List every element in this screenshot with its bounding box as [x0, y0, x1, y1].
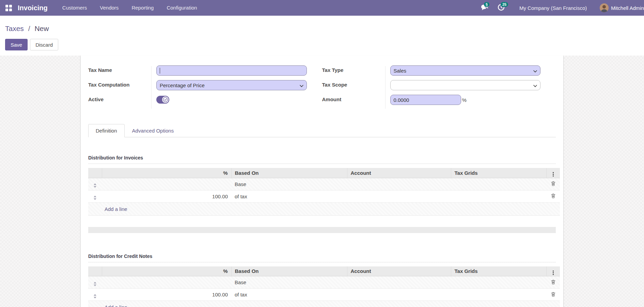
invoices-distribution-table: % Based On Account Tax Grids	[88, 168, 560, 216]
tax-name-input[interactable]	[156, 65, 307, 76]
drag-handle-icon	[94, 282, 96, 286]
add-line-row: Add a line	[88, 202, 560, 215]
percent-column-header: %	[102, 266, 231, 276]
handle-column-header	[88, 168, 102, 178]
cell-account[interactable]	[347, 276, 451, 289]
optional-columns-header	[546, 168, 560, 178]
tab-content: Distribution for Invoices % Based On Acc…	[88, 137, 556, 307]
breadcrumb-taxes-link[interactable]: Taxes	[5, 25, 24, 32]
tax-grids-column-header: Tax Grids	[451, 266, 546, 276]
cell-tax-grids[interactable]	[451, 190, 546, 202]
messages-button[interactable]: 5	[476, 0, 493, 16]
drag-handle-cell[interactable]	[88, 178, 102, 190]
kebab-menu-icon[interactable]	[551, 171, 555, 177]
handle-column-header	[88, 266, 102, 276]
table-header-row: % Based On Account Tax Grids	[88, 168, 560, 178]
apps-grid-icon[interactable]	[4, 3, 13, 12]
control-panel: Taxes / New Save Discard	[0, 16, 644, 56]
discard-button[interactable]: Discard	[30, 39, 58, 50]
cell-percent[interactable]	[102, 276, 231, 289]
tax-type-label: Tax Type	[322, 65, 385, 73]
cell-account[interactable]	[347, 289, 451, 301]
tab-advanced-options[interactable]: Advanced Options	[125, 124, 182, 137]
section-spacer	[88, 227, 556, 233]
drag-handle-cell[interactable]	[88, 289, 102, 301]
chevron-down-icon	[533, 82, 537, 88]
table-row[interactable]: Base	[88, 178, 560, 190]
cell-based-on[interactable]: Base	[231, 276, 347, 289]
cell-percent[interactable]	[102, 178, 231, 190]
drag-handle-cell[interactable]	[88, 276, 102, 289]
save-button[interactable]: Save	[5, 39, 28, 50]
top-navbar: Invoicing Customers Vendors Reporting Co…	[0, 0, 644, 16]
menu-vendors[interactable]: Vendors	[93, 0, 125, 16]
activities-button[interactable]: 25	[493, 0, 509, 16]
menu-configuration[interactable]: Configuration	[160, 0, 203, 16]
cell-tax-grids[interactable]	[451, 289, 546, 301]
breadcrumb-separator: /	[28, 25, 30, 32]
menu-reporting[interactable]: Reporting	[125, 0, 160, 16]
amount-label: Amount	[322, 95, 385, 102]
add-a-line-link[interactable]: Add a line	[92, 206, 127, 212]
add-a-line-link[interactable]: Add a line	[92, 304, 127, 307]
cell-account[interactable]	[347, 178, 451, 190]
based-on-column-header: Based On	[231, 168, 347, 178]
tab-definition[interactable]: Definition	[88, 124, 125, 137]
tax-name-label: Tax Name	[88, 65, 151, 73]
kebab-menu-icon[interactable]	[551, 270, 555, 276]
amount-input[interactable]: 0.0000	[390, 95, 461, 105]
check-icon	[162, 96, 169, 103]
content-area: Tax Name Tax Computation Percentage of P…	[0, 56, 644, 307]
cell-tax-grids[interactable]	[451, 276, 546, 289]
add-line-row: Add a line	[88, 301, 560, 307]
notebook-tabs: Definition Advanced Options	[88, 124, 556, 137]
cell-percent[interactable]: 100.00	[102, 289, 231, 301]
tax-computation-select[interactable]: Percentage of Price	[156, 80, 307, 90]
field-group: Tax Name Tax Computation Percentage of P…	[88, 65, 556, 109]
delete-row-button[interactable]	[546, 178, 560, 190]
table-header-row: % Based On Account Tax Grids	[88, 266, 560, 276]
cell-based-on[interactable]: Base	[231, 178, 347, 190]
chevron-down-icon	[300, 82, 303, 88]
account-column-header: Account	[347, 168, 451, 178]
company-switcher[interactable]: My Company (San Francisco)	[519, 5, 587, 11]
app-brand[interactable]: Invoicing	[18, 4, 48, 12]
active-label: Active	[88, 95, 151, 102]
credit-notes-distribution-table: % Based On Account Tax Grids	[88, 266, 560, 307]
tax-type-select[interactable]: Sales	[390, 65, 541, 76]
menu-customers[interactable]: Customers	[56, 0, 94, 16]
percent-column-header: %	[102, 168, 231, 178]
tax-scope-label: Tax Scope	[322, 80, 385, 88]
drag-handle-cell[interactable]	[88, 190, 102, 202]
table-row[interactable]: Base	[88, 276, 560, 289]
delete-row-button[interactable]	[546, 289, 560, 301]
user-menu[interactable]: Mitchell Admin	[600, 3, 644, 12]
table-row[interactable]: 100.00 of tax	[88, 289, 560, 301]
amount-suffix: %	[462, 97, 467, 103]
activities-count-badge: 25	[501, 2, 508, 7]
trash-icon	[551, 193, 555, 198]
page: Invoicing Customers Vendors Reporting Co…	[0, 0, 644, 307]
delete-row-button[interactable]	[546, 190, 560, 202]
trash-icon	[551, 181, 555, 186]
cell-tax-grids[interactable]	[451, 178, 546, 190]
tax-scope-select[interactable]	[390, 80, 541, 90]
active-toggle[interactable]	[156, 96, 169, 104]
tax-computation-label: Tax Computation	[88, 80, 151, 88]
section-title: Distribution for Credit Notes	[88, 254, 556, 262]
drag-handle-icon	[94, 183, 96, 188]
delete-row-button[interactable]	[546, 276, 560, 289]
field-column-left: Tax Name Tax Computation Percentage of P…	[88, 65, 322, 109]
cell-based-on[interactable]: of tax	[231, 190, 347, 202]
table-row[interactable]: 100.00 of tax	[88, 190, 560, 202]
section-distribution-credit-notes: Distribution for Credit Notes % Based On…	[88, 254, 556, 307]
optional-columns-header	[546, 266, 560, 276]
control-panel-buttons: Save Discard	[5, 39, 644, 50]
cell-percent[interactable]: 100.00	[102, 190, 231, 202]
trash-icon	[551, 279, 555, 285]
cell-account[interactable]	[347, 190, 451, 202]
account-column-header: Account	[347, 266, 451, 276]
cell-based-on[interactable]: of tax	[231, 289, 347, 301]
text-cursor	[160, 68, 160, 74]
section-title: Distribution for Invoices	[88, 155, 556, 164]
